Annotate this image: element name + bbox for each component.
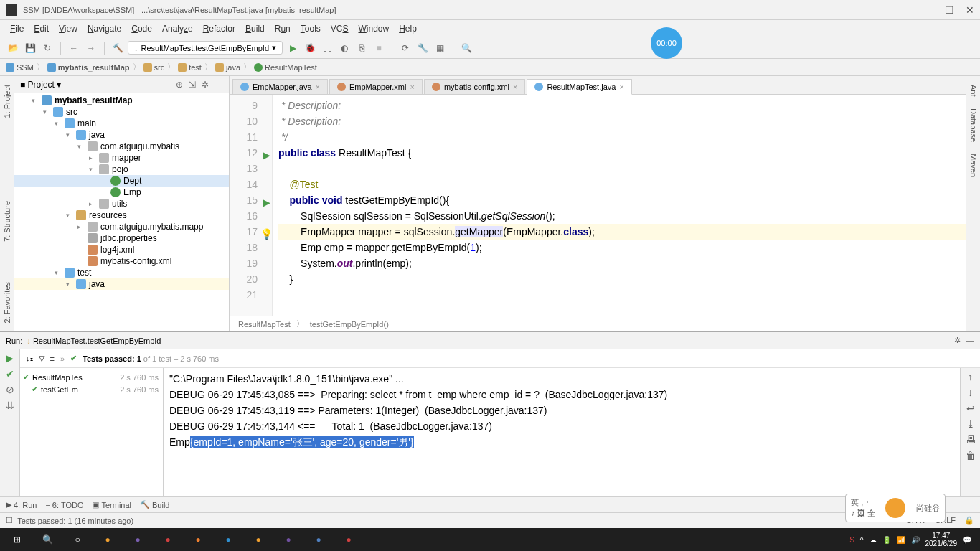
build-icon[interactable]: 🔨 bbox=[110, 41, 125, 55]
toggle-autotest-icon[interactable]: ✔ bbox=[6, 368, 14, 380]
start-button[interactable]: ⊞ bbox=[3, 529, 32, 550]
sort-icon[interactable]: ↓₂ bbox=[26, 354, 33, 363]
tree-item[interactable]: ▾mybatis_resultMap bbox=[14, 95, 229, 106]
terminal-tab[interactable]: ▣ Terminal bbox=[92, 500, 131, 509]
hide-icon[interactable]: — bbox=[966, 336, 974, 345]
menu-code[interactable]: Code bbox=[127, 22, 156, 35]
todo-tab[interactable]: ≡ 6: TODO bbox=[45, 501, 83, 509]
tray-up-icon[interactable]: ^ bbox=[860, 536, 864, 544]
project-structure-icon[interactable]: ▦ bbox=[433, 41, 447, 55]
editor-tab[interactable]: ResultMapTest.java× bbox=[527, 79, 631, 95]
editor-tab[interactable]: EmpMapper.xml× bbox=[329, 79, 423, 94]
coverage-icon[interactable]: ⛶ bbox=[320, 41, 334, 55]
timer-badge[interactable]: 00:00 bbox=[651, 27, 682, 59]
tree-item[interactable]: mybatis-config.xml bbox=[14, 255, 229, 267]
system-tray[interactable]: S ^ ☁ 🔋 📶 🔊 17:472021/6/29 💬 bbox=[849, 532, 977, 547]
maven-tool-tab[interactable]: Maven bbox=[968, 148, 979, 183]
tree-item[interactable]: ▾test bbox=[14, 267, 229, 278]
taskbar-app[interactable]: ● bbox=[93, 529, 122, 550]
cortana-button[interactable]: ○ bbox=[63, 529, 92, 550]
menu-view[interactable]: View bbox=[55, 22, 82, 35]
stop-icon[interactable]: ■ bbox=[372, 41, 386, 55]
up-icon[interactable]: ↑ bbox=[968, 371, 973, 382]
run-config-dropdown[interactable]: ResultMapTest.testGetEmpByEmpId ▾ bbox=[128, 41, 283, 55]
ant-tool-tab[interactable]: Ant bbox=[968, 79, 979, 103]
console-output[interactable]: "C:\Program Files\Java\jdk1.8.0_151\bin\… bbox=[164, 368, 960, 496]
tree-item[interactable]: ▾resources bbox=[14, 209, 229, 221]
tree-item[interactable]: ▾pojo bbox=[14, 164, 229, 175]
debug-icon[interactable]: 🐞 bbox=[303, 41, 317, 55]
taskbar-app[interactable]: ● bbox=[334, 529, 363, 550]
tray-battery-icon[interactable]: 🔋 bbox=[882, 536, 891, 544]
breadcrumb-item[interactable]: SSM bbox=[6, 63, 34, 72]
down-icon[interactable]: ↓ bbox=[968, 387, 973, 398]
taskbar-app[interactable]: ● bbox=[214, 529, 242, 550]
settings-icon[interactable]: 🔧 bbox=[415, 41, 430, 55]
soft-wrap-icon[interactable]: ↩ bbox=[966, 402, 975, 414]
tray-clock[interactable]: 17:472021/6/29 bbox=[925, 532, 958, 547]
menu-refactor[interactable]: Refactor bbox=[199, 22, 240, 35]
tray-cloud-icon[interactable]: ☁ bbox=[870, 536, 877, 544]
menu-edit[interactable]: Edit bbox=[29, 22, 53, 35]
taskbar-app[interactable]: ● bbox=[274, 529, 303, 550]
clear-icon[interactable]: 🗑 bbox=[966, 450, 976, 461]
settings-icon[interactable]: ✲ bbox=[202, 80, 209, 90]
open-icon[interactable]: 📂 bbox=[6, 41, 20, 55]
tree-item[interactable]: jdbc.properties bbox=[14, 232, 229, 244]
status-lock-icon[interactable]: 🔒 bbox=[964, 516, 974, 525]
breadcrumb-item[interactable]: test bbox=[178, 63, 202, 72]
expand-icon[interactable]: ≡ bbox=[50, 354, 55, 363]
taskbar-app[interactable]: ● bbox=[123, 529, 152, 550]
run-tab[interactable]: ▶ 4: Run bbox=[6, 500, 37, 509]
hide-icon[interactable]: — bbox=[215, 80, 223, 90]
tray-ime-icon[interactable]: S bbox=[849, 536, 854, 544]
tree-item[interactable]: ▸com.atguigu.mybatis.mapp bbox=[14, 221, 229, 232]
tree-item[interactable]: Dept bbox=[14, 175, 229, 187]
breadcrumb-method[interactable]: testGetEmpByEmpId() bbox=[310, 320, 389, 329]
tree-item[interactable]: ▾java bbox=[14, 129, 229, 141]
minimize-button[interactable]: — bbox=[923, 4, 933, 16]
attach-icon[interactable]: ⎘ bbox=[354, 41, 369, 55]
settings-icon[interactable]: ✲ bbox=[954, 336, 961, 345]
breadcrumb-class[interactable]: ResultMapTest bbox=[238, 320, 291, 329]
menu-vcs[interactable]: VCS bbox=[326, 22, 353, 35]
breadcrumb-item[interactable]: src bbox=[143, 63, 165, 72]
forward-icon[interactable]: → bbox=[84, 41, 98, 55]
select-opened-icon[interactable]: ⊕ bbox=[176, 80, 183, 90]
taskbar-app[interactable]: ● bbox=[304, 529, 333, 550]
code-editor[interactable]: 9101112▶131415▶1617💡18192021 * Descripti… bbox=[230, 95, 966, 316]
tray-notifications-icon[interactable]: 💬 bbox=[963, 536, 971, 544]
menu-navigate[interactable]: Navigate bbox=[83, 22, 126, 35]
taskbar-app[interactable]: ● bbox=[184, 529, 212, 550]
run-icon[interactable]: ▶ bbox=[286, 41, 300, 55]
stop-icon[interactable]: ⊘ bbox=[6, 384, 14, 395]
project-tool-tab[interactable]: 1: Project bbox=[1, 79, 13, 123]
menu-tools[interactable]: Tools bbox=[296, 22, 325, 35]
menu-window[interactable]: Window bbox=[354, 22, 393, 35]
code-lines[interactable]: * Description: * Description: */public c… bbox=[273, 95, 966, 316]
taskbar-app[interactable]: ● bbox=[154, 529, 182, 550]
breadcrumb-item[interactable]: mybatis_resultMap bbox=[47, 63, 130, 72]
tree-item[interactable]: ▸mapper bbox=[14, 152, 229, 164]
search-icon[interactable]: 🔍 bbox=[459, 41, 473, 55]
breadcrumb-item[interactable]: ResultMapTest bbox=[254, 63, 317, 72]
close-tab-icon[interactable]: × bbox=[619, 83, 623, 91]
menu-build[interactable]: Build bbox=[241, 22, 269, 35]
taskbar-app[interactable]: ● bbox=[244, 529, 273, 550]
build-tab[interactable]: 🔨 Build bbox=[140, 500, 169, 509]
back-icon[interactable]: ← bbox=[67, 41, 81, 55]
tray-volume-icon[interactable]: 🔊 bbox=[911, 536, 920, 544]
rerun-icon[interactable]: ▶ bbox=[6, 352, 14, 364]
menu-analyze[interactable]: Analyze bbox=[158, 22, 197, 35]
close-tab-icon[interactable]: × bbox=[316, 83, 320, 91]
menu-help[interactable]: Help bbox=[395, 22, 421, 35]
sync-icon[interactable]: ↻ bbox=[40, 41, 55, 55]
save-icon[interactable]: 💾 bbox=[23, 41, 37, 55]
scroll-end-icon[interactable]: ⤓ bbox=[966, 418, 975, 430]
structure-tool-tab[interactable]: 7: Structure bbox=[1, 195, 13, 248]
expand-all-icon[interactable]: ⇲ bbox=[189, 80, 196, 90]
test-item[interactable]: ✔testGetEm2 s 760 ms bbox=[23, 383, 160, 395]
tray-wifi-icon[interactable]: 📶 bbox=[897, 536, 905, 544]
editor-tab[interactable]: mybatis-config.xml× bbox=[424, 79, 526, 94]
status-indicator-icon[interactable]: ☐ bbox=[6, 516, 13, 525]
